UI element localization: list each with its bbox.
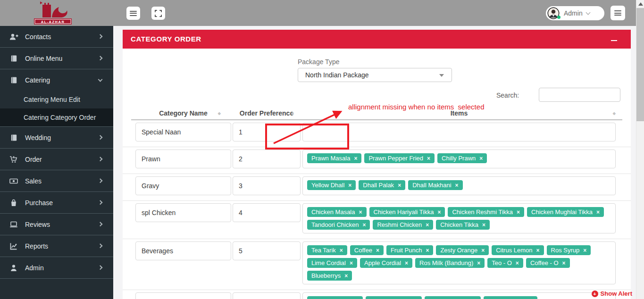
item-tag[interactable]: Zesty Orange× [436, 245, 489, 255]
sidebar-item-purchase[interactable]: Purchase [0, 192, 113, 213]
item-tag[interactable]: Prawn Masala× [307, 153, 361, 163]
remove-item-icon[interactable]: × [344, 273, 348, 279]
remove-item-icon[interactable]: × [536, 247, 540, 254]
item-tag[interactable]: Blueberrys× [307, 271, 352, 281]
item-tag[interactable]: Fruit Punch× [386, 245, 434, 255]
user-menu[interactable]: Admin [546, 6, 604, 20]
scroll-up-icon[interactable] [638, 2, 643, 6]
item-tag[interactable]: Mutton Pepper× [425, 296, 480, 299]
remove-item-icon[interactable]: × [426, 247, 429, 254]
settings-menu-button[interactable] [611, 6, 625, 20]
items-cell[interactable]: Chicken Masala×Chicken Hariyali Tikka×Ch… [302, 203, 616, 233]
remove-item-icon[interactable]: × [427, 155, 430, 162]
search-input[interactable] [539, 88, 620, 102]
remove-item-icon[interactable]: × [359, 209, 362, 216]
sidebar-item-contacts[interactable]: Contacts [0, 26, 113, 47]
order-preference-cell[interactable]: 2 [233, 150, 301, 168]
item-tag[interactable]: Lime Cordial× [307, 258, 357, 268]
item-tag[interactable]: Chicken Hariyali Tikka× [369, 207, 445, 217]
remove-item-icon[interactable]: × [455, 182, 459, 189]
column-header-order-preference[interactable]: Order Preference ◆ [233, 108, 301, 118]
sort-icon[interactable]: ◆ [291, 111, 294, 116]
remove-item-icon[interactable]: × [348, 182, 351, 189]
category-name-cell[interactable]: Gravy [135, 176, 231, 195]
remove-item-icon[interactable]: × [398, 182, 401, 189]
show-alert-button[interactable]: + Show Alert [592, 290, 632, 297]
remove-item-icon[interactable]: × [481, 247, 485, 254]
remove-item-icon[interactable]: × [477, 260, 480, 266]
sidebar-item-reports[interactable]: Reports [0, 235, 113, 257]
item-tag[interactable]: Apple Cordial× [360, 258, 412, 268]
scrollbar-thumb[interactable] [636, 8, 644, 121]
remove-item-icon[interactable]: × [350, 260, 353, 266]
item-tag[interactable]: Coffee - O× [526, 258, 570, 268]
sort-icon[interactable]: ◆ [613, 111, 616, 116]
item-tag[interactable]: Ros Syrup× [547, 245, 591, 255]
item-tag[interactable]: Mutton Mysore× [366, 296, 422, 299]
remove-item-icon[interactable]: × [482, 222, 485, 228]
sidebar-item-wedding[interactable]: Wedding [0, 127, 113, 148]
remove-item-icon[interactable]: × [362, 222, 366, 228]
collapse-panel-button[interactable] [611, 36, 619, 42]
remove-item-icon[interactable]: × [596, 209, 600, 216]
order-preference-cell[interactable]: 6 [233, 292, 301, 299]
item-tag[interactable]: Reshmi Chicken× [373, 220, 433, 230]
items-cell[interactable]: Yellow Dhall×Dhall Palak×Dhall Makhani× [302, 176, 616, 195]
remove-item-icon[interactable]: × [354, 155, 357, 162]
item-tag[interactable]: Yellow Dhall× [307, 180, 356, 190]
item-tag[interactable]: Chicken Mughlai Tikka× [527, 207, 604, 217]
sidebar-item-admin[interactable]: Admin [0, 257, 113, 278]
item-tag[interactable]: Tandoori Chicken× [307, 220, 370, 230]
category-name-cell[interactable]: Special Naan [135, 123, 231, 141]
fullscreen-button[interactable] [151, 7, 165, 20]
item-tag[interactable]: Dhall Makhani× [408, 180, 462, 190]
order-preference-cell[interactable]: 4 [233, 203, 301, 222]
items-cell[interactable] [302, 123, 616, 141]
item-tag[interactable]: Prawn Pepper Fried× [364, 153, 435, 163]
sidebar-toggle-button[interactable] [126, 7, 140, 20]
item-tag[interactable]: Tea Tarik× [307, 245, 347, 255]
package-type-select[interactable]: North Indian Package [298, 68, 452, 82]
column-header-category-name[interactable]: Category Name ◆ [135, 108, 231, 118]
item-tag[interactable]: Chilly Prawn× [437, 153, 487, 163]
item-tag[interactable]: Mutton Masala× [307, 296, 363, 299]
sidebar-item-online-menu[interactable]: Online Menu [0, 48, 113, 69]
items-cell[interactable]: Mutton Masala×Mutton Mysore×Mutton Peppe… [302, 292, 616, 299]
sidebar-item-catering-menu-edit[interactable]: Catering Menu Edit [0, 91, 113, 108]
category-name-cell[interactable]: Prawn [135, 150, 231, 168]
remove-item-icon[interactable]: × [479, 155, 483, 162]
item-tag[interactable]: Chicken Masala× [307, 207, 367, 217]
scrollbar[interactable] [636, 0, 644, 299]
item-tag[interactable]: Teo - O× [487, 258, 523, 268]
item-tag[interactable]: Chicken Reshmi Tikka× [448, 207, 524, 217]
remove-item-icon[interactable]: × [562, 260, 566, 266]
remove-item-icon[interactable]: × [516, 260, 519, 266]
remove-item-icon[interactable]: × [340, 247, 343, 254]
item-tag[interactable]: Dhall Palak× [359, 180, 405, 190]
order-preference-cell[interactable]: 3 [233, 176, 301, 195]
sidebar-item-catering-category-order[interactable]: Catering Category Order [0, 108, 113, 126]
sidebar-item-catering[interactable]: Catering [0, 69, 113, 91]
remove-item-icon[interactable]: × [437, 209, 441, 216]
item-tag[interactable]: Mutton Chops× [484, 296, 537, 299]
item-tag[interactable]: Chicken Tikka× [436, 220, 490, 230]
items-cell[interactable]: Prawn Masala×Prawn Pepper Fried×Chilly P… [302, 150, 616, 168]
remove-item-icon[interactable]: × [405, 260, 408, 266]
order-preference-cell[interactable]: 5 [233, 241, 301, 260]
sidebar-item-sales[interactable]: Sales [0, 170, 113, 191]
sort-icon[interactable]: ◆ [218, 111, 221, 116]
remove-item-icon[interactable]: × [376, 247, 379, 254]
category-name-cell[interactable]: Beverages [135, 241, 231, 260]
remove-item-icon[interactable]: × [583, 247, 586, 254]
sidebar-item-order[interactable]: Order [0, 149, 113, 170]
remove-item-icon[interactable]: × [517, 209, 520, 216]
item-tag[interactable]: Ros Milk (Bandung)× [415, 258, 485, 268]
category-name-cell[interactable]: Mutton [135, 292, 231, 299]
brand-logo-icon[interactable]: AL-AZHAR [31, 0, 75, 25]
sidebar-item-reviews[interactable]: Reviews [0, 214, 113, 235]
remove-item-icon[interactable]: × [426, 222, 429, 228]
item-tag[interactable]: Coffee× [350, 245, 384, 255]
category-name-cell[interactable]: spl Chicken [135, 203, 231, 222]
item-tag[interactable]: Citrus Lemon× [492, 245, 544, 255]
items-cell[interactable]: Tea Tarik×Coffee×Fruit Punch×Zesty Orang… [302, 241, 616, 284]
